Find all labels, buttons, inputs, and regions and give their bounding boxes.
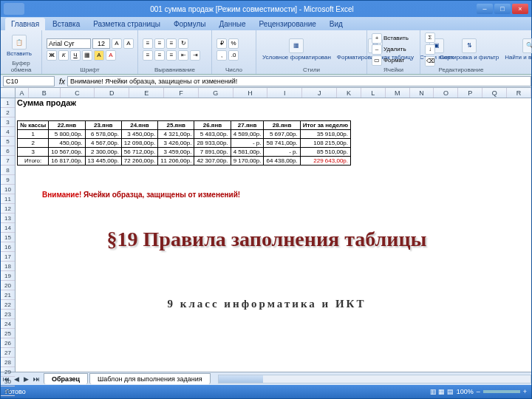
row-header[interactable]: 10 [1, 185, 15, 194]
row-header[interactable]: 15 [1, 233, 15, 242]
minimize-button[interactable]: – [477, 4, 493, 14]
row-header[interactable]: 7 [1, 156, 15, 166]
column-header[interactable]: E [129, 88, 164, 98]
view-icons[interactable]: ▥ ▦ ▤ [430, 388, 454, 395]
comma-icon[interactable]: , [216, 50, 227, 61]
formula-input[interactable]: Внимание! Ячейки образца, защищены от из… [67, 76, 531, 86]
zoom-in-icon[interactable]: + [523, 388, 527, 395]
fill-color-icon[interactable]: A [94, 50, 104, 61]
row-header[interactable]: 11 [1, 194, 15, 204]
dec-inc-icon[interactable]: .0 [228, 50, 239, 61]
row-header[interactable]: 6 [1, 146, 15, 156]
row-header[interactable]: 23 [1, 310, 15, 319]
delete-cells-icon[interactable]: – [372, 44, 382, 55]
paste-button[interactable]: 📋Вставить [5, 33, 33, 58]
grow-font-icon[interactable]: A [112, 38, 122, 49]
office-button[interactable] [4, 3, 24, 15]
currency-icon[interactable]: ₽ [216, 38, 227, 49]
column-header[interactable]: R [507, 88, 531, 98]
row-header[interactable]: 30 [1, 377, 15, 386]
maximize-button[interactable]: □ [494, 4, 511, 14]
tab-nav-next[interactable]: ▶ [21, 375, 31, 383]
row-header[interactable]: 1 [1, 98, 15, 108]
align-right-icon[interactable]: ≡ [166, 50, 177, 61]
align-bot-icon[interactable]: ≡ [166, 38, 177, 49]
clear-icon[interactable]: ⌫ [425, 56, 435, 66]
horizontal-scrollbar[interactable] [218, 375, 531, 383]
row-header[interactable]: 12 [1, 204, 15, 214]
column-header[interactable]: L [361, 88, 386, 98]
column-header[interactable]: C [61, 88, 95, 98]
select-all-corner[interactable] [1, 88, 16, 98]
autosum-icon[interactable]: Σ [425, 33, 435, 43]
column-header[interactable]: N [410, 88, 434, 98]
format-cells-icon[interactable]: ▭ [372, 55, 382, 66]
font-name-input[interactable] [47, 38, 91, 49]
column-header[interactable]: G [199, 88, 233, 98]
row-header[interactable]: 21 [1, 290, 15, 300]
sheet-tab[interactable]: Шаблон для выполнения задания [89, 373, 211, 384]
ribbon-tab[interactable]: Вставка [47, 18, 86, 30]
row-header[interactable]: 26 [1, 338, 15, 348]
row-header[interactable]: 28 [1, 358, 15, 367]
ribbon-tab[interactable]: Рецензирование [253, 18, 322, 30]
ribbon-tab[interactable]: Данные [213, 18, 251, 30]
percent-icon[interactable]: % [228, 38, 239, 49]
cond-format-button[interactable]: ▦Условное форматирован [261, 37, 332, 62]
shrink-font-icon[interactable]: A [123, 38, 134, 49]
row-header[interactable]: 27 [1, 348, 15, 358]
row-header[interactable]: 29 [1, 367, 15, 377]
fill-icon[interactable]: ↓ [425, 44, 435, 55]
worksheet[interactable]: ABCDEFGHIJKLMNOPQR 123456789101112131415… [1, 88, 531, 372]
column-header[interactable]: B [29, 88, 61, 98]
close-button[interactable]: × [512, 4, 528, 14]
row-header[interactable]: 19 [1, 271, 15, 281]
row-header[interactable]: 18 [1, 262, 15, 271]
column-header[interactable]: F [164, 88, 199, 98]
column-header[interactable]: I [267, 88, 302, 98]
row-header[interactable]: 9 [1, 175, 15, 185]
row-header[interactable]: 24 [1, 319, 15, 329]
sheet-tab[interactable]: Образец [44, 373, 88, 384]
align-mid-icon[interactable]: ≡ [154, 38, 165, 49]
column-header[interactable]: A [16, 88, 29, 98]
row-header[interactable]: 8 [1, 166, 15, 175]
row-header[interactable]: 31 [1, 386, 15, 396]
align-top-icon[interactable]: ≡ [143, 38, 153, 49]
sort-filter-button[interactable]: ⇅Сортировка и фильтр [438, 37, 500, 62]
bold-icon[interactable]: Ж [47, 50, 57, 61]
row-header[interactable]: 5 [1, 137, 15, 146]
align-left-icon[interactable]: ≡ [143, 50, 153, 61]
ribbon-tab[interactable]: Формулы [168, 18, 212, 30]
column-header[interactable]: O [434, 88, 458, 98]
column-header[interactable]: K [337, 88, 361, 98]
column-header[interactable]: J [302, 88, 337, 98]
row-header[interactable]: 14 [1, 223, 15, 233]
ribbon-tab[interactable]: Разметка страницы [87, 18, 166, 30]
row-header[interactable]: 3 [1, 117, 15, 127]
indent-dec-icon[interactable]: ⇤ [178, 50, 188, 61]
insert-cells-icon[interactable]: + [372, 33, 382, 44]
font-size-input[interactable] [92, 38, 110, 49]
column-header[interactable]: Q [482, 88, 507, 98]
font-color-icon[interactable]: A [106, 50, 116, 61]
zoom-out-icon[interactable]: – [477, 388, 480, 395]
zoom-slider[interactable] [483, 390, 520, 393]
row-header[interactable]: 2 [1, 108, 15, 117]
row-header[interactable]: 13 [1, 214, 15, 223]
ribbon-tab[interactable]: Вид [324, 18, 349, 30]
column-header[interactable]: H [233, 88, 268, 98]
italic-icon[interactable]: К [58, 50, 69, 61]
find-select-button[interactable]: 🔍Найти и выделить [503, 37, 532, 62]
underline-icon[interactable]: Ч [70, 50, 81, 61]
row-header[interactable]: 16 [1, 242, 15, 252]
orientation-icon[interactable]: ↻ [178, 38, 188, 49]
column-header[interactable]: P [458, 88, 482, 98]
indent-inc-icon[interactable]: ⇥ [190, 50, 200, 61]
ribbon-tab[interactable]: Главная [5, 18, 45, 30]
row-header[interactable]: 17 [1, 252, 15, 262]
row-header[interactable]: 25 [1, 329, 15, 338]
column-header[interactable]: M [386, 88, 410, 98]
name-box[interactable]: C10 [3, 76, 55, 86]
column-header[interactable]: D [95, 88, 129, 98]
